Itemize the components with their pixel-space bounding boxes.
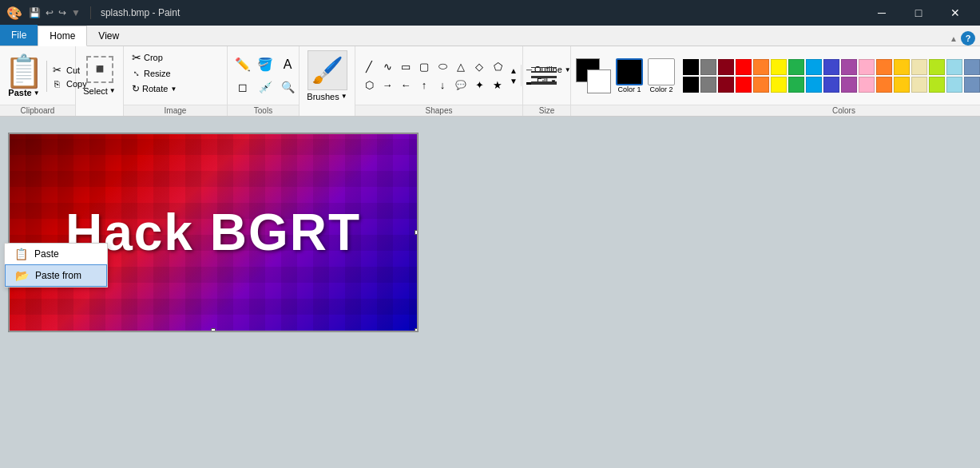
clipboard-group: 📋 Paste ▼ ✂ Cut ⎘ Copy: [0, 46, 76, 116]
arrow-right-shape[interactable]: →: [379, 76, 396, 93]
color-cell[interactable]: [753, 59, 769, 75]
color-cell[interactable]: [700, 59, 716, 75]
brushes-group: 🖌️ Brushes ▼ .: [300, 46, 355, 116]
resize-handle-b[interactable]: [211, 328, 216, 331]
diamond-shape[interactable]: ◇: [470, 58, 488, 75]
color-cell[interactable]: [894, 59, 910, 75]
dropdown-paste-from-icon: 📂: [15, 269, 29, 282]
color-cell[interactable]: [946, 59, 962, 75]
select-label-btn[interactable]: Select ▼: [83, 86, 116, 96]
help-button[interactable]: ?: [961, 31, 975, 46]
copy-icon: ⎘: [50, 79, 63, 89]
dropdown-paste-item[interactable]: 📋 Paste: [5, 244, 107, 264]
color-cell[interactable]: [788, 59, 804, 75]
color-cell[interactable]: [753, 77, 769, 93]
resize-button[interactable]: ↔ Resize: [129, 66, 174, 81]
arrow-left-shape[interactable]: ←: [397, 76, 415, 93]
brush-icon: 🖌️: [311, 55, 343, 85]
color-picker-tool[interactable]: 💉: [255, 77, 276, 97]
tab-view[interactable]: View: [87, 26, 130, 46]
pentagon-shape[interactable]: ⬠: [489, 58, 506, 75]
paste-button[interactable]: 📋 Paste ▼: [3, 53, 45, 100]
color-cell[interactable]: [946, 77, 962, 93]
color-cell[interactable]: [788, 77, 804, 93]
color-cell[interactable]: [841, 59, 857, 75]
color-cell[interactable]: [911, 77, 927, 93]
color-cell[interactable]: [876, 59, 892, 75]
tab-home[interactable]: Home: [38, 26, 87, 46]
color-cell[interactable]: [929, 59, 945, 75]
color-cell[interactable]: [718, 59, 734, 75]
color-cell[interactable]: [700, 77, 716, 93]
maximize-button[interactable]: □: [900, 0, 937, 26]
color-cell[interactable]: [964, 59, 980, 75]
color-cell[interactable]: [823, 77, 839, 93]
select-dashed-icon: ⬛: [96, 65, 104, 73]
tab-file[interactable]: File: [0, 25, 38, 46]
color-cell[interactable]: [806, 77, 822, 93]
crop-icon: ✂: [132, 51, 141, 64]
color-cell[interactable]: [771, 77, 787, 93]
color-cell[interactable]: [736, 77, 752, 93]
resize-handle-br[interactable]: [415, 328, 418, 331]
color-cell[interactable]: [876, 77, 892, 93]
color-cell[interactable]: [894, 77, 910, 93]
color1-group[interactable]: Color 1: [616, 58, 643, 93]
color-cell[interactable]: [683, 77, 699, 93]
color-cell[interactable]: [929, 77, 945, 93]
rect-shape[interactable]: ▭: [397, 58, 415, 75]
rotate-button[interactable]: ↻ Rotate ▼: [129, 81, 180, 96]
crop-button[interactable]: ✂ Crop: [129, 50, 166, 65]
select-arrow[interactable]: ▼: [109, 87, 116, 94]
paste-dropdown-arrow[interactable]: ▼: [34, 89, 40, 97]
shapes-scroll-up[interactable]: ▲: [510, 66, 518, 75]
hexagon-shape[interactable]: ⬡: [360, 76, 378, 93]
ribbon-collapse-btn[interactable]: ▲: [950, 34, 958, 43]
resize-handle-r[interactable]: [415, 230, 418, 235]
resize-icon: ↔: [129, 66, 144, 81]
star4-shape[interactable]: ✦: [470, 76, 488, 93]
line-shape[interactable]: ╱: [360, 58, 378, 75]
color-cell[interactable]: [683, 59, 699, 75]
color-cell[interactable]: [736, 59, 752, 75]
color-cell[interactable]: [771, 59, 787, 75]
redo-icon[interactable]: ↪: [58, 7, 66, 18]
text-tool[interactable]: A: [277, 54, 298, 75]
quick-save-icon[interactable]: 💾: [29, 7, 41, 18]
color2-group[interactable]: Color 2: [648, 58, 675, 93]
brush-button[interactable]: 🖌️: [307, 50, 347, 90]
fill-tool[interactable]: 🪣: [255, 54, 276, 75]
select-button[interactable]: ⬛: [86, 56, 113, 83]
magnify-tool[interactable]: 🔍: [277, 77, 298, 97]
color-cell[interactable]: [859, 77, 875, 93]
brushes-label-btn[interactable]: Brushes ▼: [307, 92, 347, 101]
dropdown-paste-from-item[interactable]: 📂 Paste from: [5, 264, 107, 287]
color-palette: [680, 56, 980, 96]
color-cell[interactable]: [964, 77, 980, 93]
minimize-button[interactable]: ─: [863, 0, 900, 26]
pencil-tool[interactable]: ✏️: [232, 54, 253, 75]
callout-shape[interactable]: 💬: [452, 76, 470, 93]
arrow-up-shape[interactable]: ↑: [415, 76, 433, 93]
color-cell[interactable]: [859, 59, 875, 75]
undo-icon[interactable]: ↩: [46, 7, 54, 18]
color-cell[interactable]: [718, 77, 734, 93]
color-cell[interactable]: [823, 59, 839, 75]
canvas-image[interactable]: Hack BGRT: [9, 133, 418, 331]
shapes-scroll-down[interactable]: ▼: [510, 77, 518, 85]
color-swatch-pair[interactable]: [576, 58, 611, 93]
close-button[interactable]: ✕: [937, 0, 974, 26]
curve-shape[interactable]: ∿: [379, 58, 396, 75]
color-cell[interactable]: [911, 59, 927, 75]
rounded-rect-shape[interactable]: ▢: [415, 58, 433, 75]
arrow-down-shape[interactable]: ↓: [434, 76, 451, 93]
ellipse-shape[interactable]: ⬭: [434, 58, 451, 75]
color-cell[interactable]: [841, 77, 857, 93]
color1-active-swatch: [616, 58, 643, 85]
eraser-tool[interactable]: ◻: [232, 77, 253, 97]
canvas-wrapper: Hack BGRT: [8, 133, 419, 332]
color-cell[interactable]: [806, 59, 822, 75]
triangle-shape[interactable]: △: [452, 58, 470, 75]
color2-label: Color 2: [649, 85, 673, 93]
star5-shape[interactable]: ★: [489, 76, 506, 93]
